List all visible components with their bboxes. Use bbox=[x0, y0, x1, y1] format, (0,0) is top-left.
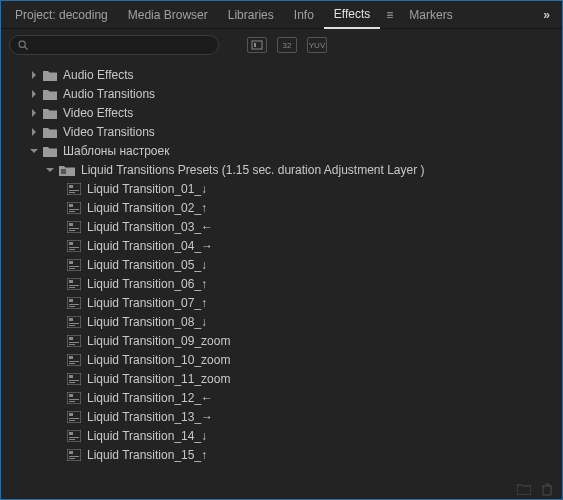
pill-label: 32 bbox=[283, 41, 292, 50]
svg-rect-4 bbox=[61, 169, 66, 174]
svg-rect-38 bbox=[69, 337, 73, 340]
folder-0[interactable]: Audio Effects bbox=[5, 65, 562, 84]
tree-item-label: Audio Transitions bbox=[63, 87, 155, 101]
panel-tabs: Project: decoding Media Browser Librarie… bbox=[1, 1, 562, 29]
svg-rect-12 bbox=[69, 211, 75, 212]
svg-rect-28 bbox=[69, 287, 75, 288]
panel-menu-icon[interactable]: ≡ bbox=[380, 4, 399, 26]
preset-item[interactable]: Liquid Transition_04_→ bbox=[5, 236, 562, 255]
search-icon bbox=[18, 40, 29, 51]
preset-item[interactable]: Liquid Transition_03_← bbox=[5, 217, 562, 236]
preset-item[interactable]: Liquid Transition_07_↑ bbox=[5, 293, 562, 312]
search-box[interactable] bbox=[9, 35, 219, 55]
svg-rect-49 bbox=[67, 392, 81, 404]
preset-item[interactable]: Liquid Transition_12_← bbox=[5, 388, 562, 407]
twisty-icon[interactable] bbox=[29, 127, 39, 137]
preset-label: Liquid Transition_11_zoom bbox=[87, 372, 230, 386]
folder-2[interactable]: Video Effects bbox=[5, 103, 562, 122]
svg-rect-27 bbox=[69, 285, 79, 286]
svg-rect-37 bbox=[67, 335, 81, 347]
badge-yuv-icon[interactable]: YUV bbox=[307, 37, 327, 53]
preset-label: Liquid Transition_09_zoom bbox=[87, 334, 230, 348]
twisty-icon[interactable] bbox=[29, 108, 39, 118]
preset-item[interactable]: Liquid Transition_02_↑ bbox=[5, 198, 562, 217]
tree-item-label: Video Transitions bbox=[63, 125, 155, 139]
svg-rect-42 bbox=[69, 356, 73, 359]
svg-rect-10 bbox=[69, 204, 73, 207]
twisty-icon[interactable] bbox=[29, 70, 39, 80]
preset-label: Liquid Transition_01_↓ bbox=[87, 182, 207, 196]
preset-item[interactable]: Liquid Transition_05_↓ bbox=[5, 255, 562, 274]
badge-32bit-icon[interactable]: 32 bbox=[277, 37, 297, 53]
tree-item-label: Шаблоны настроек bbox=[63, 144, 169, 158]
twisty-icon[interactable] bbox=[29, 146, 39, 156]
svg-rect-34 bbox=[69, 318, 73, 321]
new-bin-icon[interactable] bbox=[517, 483, 531, 495]
svg-rect-3 bbox=[254, 43, 256, 47]
svg-rect-7 bbox=[69, 190, 79, 191]
search-input[interactable] bbox=[33, 39, 210, 51]
svg-rect-24 bbox=[69, 268, 75, 269]
preset-label: Liquid Transition_12_← bbox=[87, 391, 213, 405]
preset-label: Liquid Transition_08_↓ bbox=[87, 315, 207, 329]
tab-media-browser[interactable]: Media Browser bbox=[118, 2, 218, 28]
preset-label: Liquid Transition_03_← bbox=[87, 220, 213, 234]
svg-rect-55 bbox=[69, 418, 79, 419]
preset-label: Liquid Transition_14_↓ bbox=[87, 429, 207, 443]
preset-item[interactable]: Liquid Transition_01_↓ bbox=[5, 179, 562, 198]
svg-rect-8 bbox=[69, 192, 75, 193]
tab-label: Libraries bbox=[228, 8, 274, 22]
badge-accelerated-icon[interactable] bbox=[247, 37, 267, 53]
svg-rect-62 bbox=[69, 451, 73, 454]
svg-rect-59 bbox=[69, 437, 79, 438]
tree-item-label: Audio Effects bbox=[63, 68, 134, 82]
preset-item[interactable]: Liquid Transition_06_↑ bbox=[5, 274, 562, 293]
svg-rect-57 bbox=[67, 430, 81, 442]
preset-label: Liquid Transition_05_↓ bbox=[87, 258, 207, 272]
tab-markers[interactable]: Markers bbox=[399, 2, 462, 28]
twisty-icon[interactable] bbox=[29, 89, 39, 99]
svg-rect-50 bbox=[69, 394, 73, 397]
svg-rect-43 bbox=[69, 361, 79, 362]
preset-item[interactable]: Liquid Transition_14_↓ bbox=[5, 426, 562, 445]
svg-rect-36 bbox=[69, 325, 75, 326]
svg-rect-11 bbox=[69, 209, 79, 210]
effects-tree: Audio Effects Audio Transitions Video Ef… bbox=[1, 61, 562, 481]
preset-item[interactable]: Liquid Transition_09_zoom bbox=[5, 331, 562, 350]
delete-icon[interactable] bbox=[541, 483, 553, 496]
svg-rect-22 bbox=[69, 261, 73, 264]
preset-item[interactable]: Liquid Transition_13_→ bbox=[5, 407, 562, 426]
svg-rect-60 bbox=[69, 439, 75, 440]
svg-rect-32 bbox=[69, 306, 75, 307]
preset-item[interactable]: Liquid Transition_11_zoom bbox=[5, 369, 562, 388]
svg-rect-35 bbox=[69, 323, 79, 324]
folder-4[interactable]: Шаблоны настроек bbox=[5, 141, 562, 160]
preset-item[interactable]: Liquid Transition_10_zoom bbox=[5, 350, 562, 369]
svg-rect-19 bbox=[69, 247, 79, 248]
preset-item[interactable]: Liquid Transition_08_↓ bbox=[5, 312, 562, 331]
search-row: 32 YUV bbox=[1, 29, 562, 61]
twisty-icon[interactable] bbox=[45, 165, 55, 175]
tab-info[interactable]: Info bbox=[284, 2, 324, 28]
svg-rect-58 bbox=[69, 432, 73, 435]
svg-rect-16 bbox=[69, 230, 75, 231]
tab-effects[interactable]: Effects bbox=[324, 1, 380, 29]
tab-label: Effects bbox=[334, 7, 370, 21]
folder-3[interactable]: Video Transitions bbox=[5, 122, 562, 141]
svg-rect-18 bbox=[69, 242, 73, 245]
tab-project[interactable]: Project: decoding bbox=[5, 2, 118, 28]
svg-rect-53 bbox=[67, 411, 81, 423]
tree-item-label: Video Effects bbox=[63, 106, 133, 120]
tabs-overflow[interactable]: » bbox=[535, 4, 558, 26]
svg-rect-26 bbox=[69, 280, 73, 283]
tab-libraries[interactable]: Libraries bbox=[218, 2, 284, 28]
preset-bin[interactable]: Liquid Transitions Presets (1.15 sec. du… bbox=[5, 160, 562, 179]
svg-rect-48 bbox=[69, 382, 75, 383]
preset-item[interactable]: Liquid Transition_15_↑ bbox=[5, 445, 562, 464]
svg-rect-52 bbox=[69, 401, 75, 402]
folder-1[interactable]: Audio Transitions bbox=[5, 84, 562, 103]
svg-point-0 bbox=[19, 41, 25, 47]
more-label: » bbox=[543, 8, 550, 22]
svg-rect-14 bbox=[69, 223, 73, 226]
preset-label: Liquid Transition_07_↑ bbox=[87, 296, 207, 310]
